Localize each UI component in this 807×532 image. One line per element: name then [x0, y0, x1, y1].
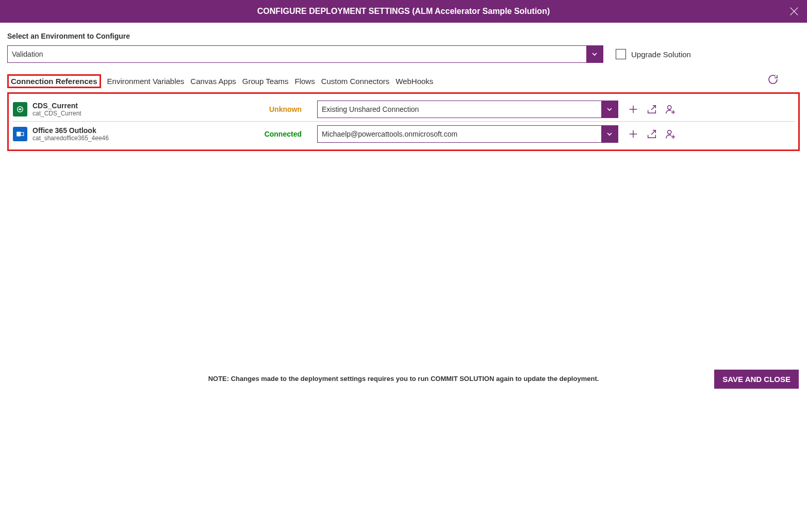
- dialog-header: CONFIGURE DEPLOYMENT SETTINGS (ALM Accel…: [0, 0, 807, 23]
- environment-label: Select an Environment to Configure: [7, 32, 800, 40]
- connection-dropdown-value: Michaelp@powercattools.onmicrosoft.com: [318, 130, 457, 138]
- connection-logical-name: cat_CDS_Current: [32, 110, 254, 117]
- tab-connection-references[interactable]: Connection References: [7, 74, 101, 88]
- add-connection-icon[interactable]: [628, 104, 639, 115]
- chevron-down-icon: [586, 46, 603, 62]
- connection-dropdown[interactable]: Michaelp@powercattools.onmicrosoft.com: [317, 125, 618, 143]
- open-external-icon[interactable]: [646, 128, 657, 140]
- tab-environment-variables[interactable]: Environment Variables: [107, 77, 185, 86]
- add-user-icon[interactable]: [665, 128, 676, 140]
- chevron-down-icon: [601, 126, 618, 142]
- connection-status: Unknown: [254, 105, 317, 113]
- save-and-close-button[interactable]: SAVE AND CLOSE: [714, 370, 799, 389]
- refresh-icon[interactable]: [767, 73, 779, 86]
- svg-point-15: [668, 130, 671, 134]
- table-row: O Office 365 Outlook cat_sharedoffice365…: [12, 122, 795, 146]
- svg-line-14: [651, 130, 655, 135]
- upgrade-solution-checkbox[interactable]: [616, 49, 626, 59]
- open-external-icon[interactable]: [646, 104, 657, 115]
- footer-note: NOTE: Changes made to the deployment set…: [0, 375, 807, 383]
- svg-point-6: [668, 105, 671, 109]
- dataverse-icon: [13, 102, 27, 117]
- svg-rect-11: [21, 132, 24, 136]
- tab-flows[interactable]: Flows: [295, 77, 315, 86]
- environment-select[interactable]: Validation: [7, 45, 603, 63]
- svg-line-5: [651, 105, 655, 109]
- add-user-icon[interactable]: [665, 104, 676, 115]
- connection-name: Office 365 Outlook: [32, 126, 254, 135]
- connection-references-table: CDS_Current cat_CDS_Current Unknown Exis…: [7, 92, 800, 151]
- table-row: CDS_Current cat_CDS_Current Unknown Exis…: [12, 97, 795, 122]
- tab-custom-connectors[interactable]: Custom Connectors: [321, 77, 390, 86]
- connection-status: Connected: [254, 130, 317, 138]
- connection-dropdown-value: Existing Unshared Connection: [318, 105, 419, 113]
- connection-dropdown[interactable]: Existing Unshared Connection: [317, 101, 618, 118]
- upgrade-solution-label: Upgrade Solution: [631, 50, 691, 59]
- outlook-icon: O: [13, 127, 27, 141]
- tabs: Connection References Environment Variab…: [7, 74, 800, 88]
- tab-canvas-apps[interactable]: Canvas Apps: [190, 77, 236, 86]
- svg-text:O: O: [17, 132, 20, 136]
- tab-group-teams[interactable]: Group Teams: [242, 77, 289, 86]
- environment-select-value: Validation: [8, 50, 43, 58]
- connection-name: CDS_Current: [32, 102, 254, 110]
- chevron-down-icon: [601, 101, 618, 118]
- dialog-title: CONFIGURE DEPLOYMENT SETTINGS (ALM Accel…: [257, 7, 550, 16]
- close-icon[interactable]: [788, 6, 800, 17]
- tab-webhooks[interactable]: WebHooks: [396, 77, 433, 86]
- connection-logical-name: cat_sharedoffice365_4ee46: [32, 135, 254, 142]
- add-connection-icon[interactable]: [628, 128, 639, 140]
